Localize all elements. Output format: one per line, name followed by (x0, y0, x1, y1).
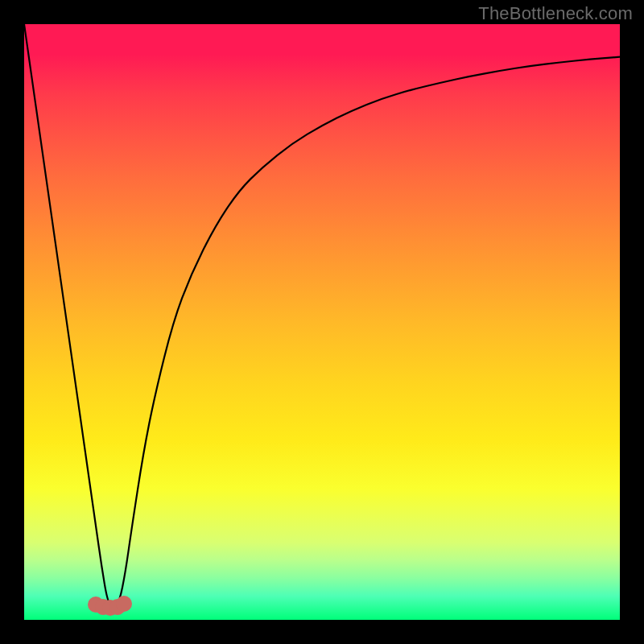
bottleneck-curve (24, 24, 620, 620)
watermark-text: TheBottleneck.com (478, 3, 633, 24)
curve-path (24, 24, 620, 606)
chart-plot-area (24, 24, 620, 620)
